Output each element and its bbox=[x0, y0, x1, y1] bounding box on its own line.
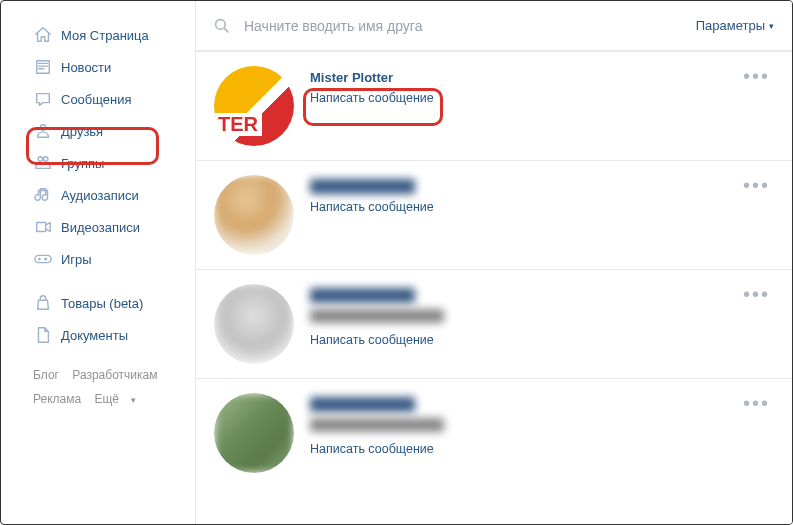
home-icon bbox=[33, 25, 53, 45]
write-message-link[interactable]: Написать сообщение bbox=[310, 442, 774, 456]
main-content: Параметры ▾ Mister PlotterНаписать сообщ… bbox=[196, 1, 792, 524]
doc-icon bbox=[33, 325, 53, 345]
sidebar-item-label: Группы bbox=[61, 156, 104, 171]
friend-item: Mister PlotterНаписать сообщение••• bbox=[196, 52, 792, 160]
sidebar-item-messages[interactable]: Сообщения bbox=[1, 83, 195, 115]
sidebar-item-label: Видеозаписи bbox=[61, 220, 140, 235]
sidebar-item-games[interactable]: Игры bbox=[1, 243, 195, 275]
sidebar-item-news[interactable]: Новости bbox=[1, 51, 195, 83]
sidebar-item-friends[interactable]: Друзья bbox=[1, 115, 195, 147]
user-icon bbox=[33, 121, 53, 141]
message-icon bbox=[33, 89, 53, 109]
more-options-button[interactable]: ••• bbox=[743, 72, 770, 80]
friend-item: Blurred Nameblurred subtitle text hereНа… bbox=[196, 378, 792, 487]
chevron-down-icon: ▾ bbox=[131, 395, 136, 405]
footer-more[interactable]: Ещё▾ bbox=[94, 392, 146, 406]
users-icon bbox=[33, 153, 53, 173]
friend-name-link[interactable]: Blurred Name bbox=[310, 179, 774, 194]
friend-item: Blurred NameНаписать сообщение••• bbox=[196, 160, 792, 269]
sidebar-item-label: Игры bbox=[61, 252, 92, 267]
sidebar-item-label: Моя Страница bbox=[61, 28, 149, 43]
friend-name-link[interactable]: Mister Plotter bbox=[310, 70, 774, 85]
sidebar-item-groups[interactable]: Группы bbox=[1, 147, 195, 179]
search-bar: Параметры ▾ bbox=[196, 1, 792, 51]
friend-name-link[interactable]: Blurred Name bbox=[310, 397, 774, 412]
search-input[interactable] bbox=[244, 18, 696, 34]
sidebar-item-label: Друзья bbox=[61, 124, 103, 139]
more-options-button[interactable]: ••• bbox=[743, 399, 770, 407]
friends-list: Mister PlotterНаписать сообщение•••Blurr… bbox=[196, 51, 792, 524]
sidebar: Моя СтраницаНовостиСообщенияДрузьяГруппы… bbox=[1, 1, 196, 524]
avatar[interactable] bbox=[214, 393, 294, 473]
params-button[interactable]: Параметры ▾ bbox=[696, 18, 774, 33]
search-icon bbox=[214, 17, 232, 35]
avatar[interactable] bbox=[214, 284, 294, 364]
footer-devs[interactable]: Разработчикам bbox=[72, 368, 157, 382]
feed-icon bbox=[33, 57, 53, 77]
avatar[interactable] bbox=[214, 66, 294, 146]
sidebar-item-label: Сообщения bbox=[61, 92, 132, 107]
sidebar-item-label: Товары (beta) bbox=[61, 296, 143, 311]
avatar[interactable] bbox=[214, 175, 294, 255]
sidebar-item-docs[interactable]: Документы bbox=[1, 319, 195, 351]
sidebar-item-market[interactable]: Товары (beta) bbox=[1, 287, 195, 319]
write-message-link[interactable]: Написать сообщение bbox=[310, 91, 774, 105]
sidebar-item-audio[interactable]: Аудиозаписи bbox=[1, 179, 195, 211]
sidebar-item-label: Документы bbox=[61, 328, 128, 343]
friend-item: Blurred Nameblurred subtitle text hereНа… bbox=[196, 269, 792, 378]
sidebar-item-my-page[interactable]: Моя Страница bbox=[1, 19, 195, 51]
footer-links: Блог Разработчикам Реклама Ещё▾ bbox=[1, 351, 195, 418]
more-options-button[interactable]: ••• bbox=[743, 181, 770, 189]
write-message-link[interactable]: Написать сообщение bbox=[310, 200, 774, 214]
sidebar-item-label: Аудиозаписи bbox=[61, 188, 139, 203]
friend-subtitle: blurred subtitle text here bbox=[310, 418, 774, 434]
chevron-down-icon: ▾ bbox=[769, 21, 774, 31]
audio-icon bbox=[33, 185, 53, 205]
write-message-link[interactable]: Написать сообщение bbox=[310, 333, 774, 347]
sidebar-item-video[interactable]: Видеозаписи bbox=[1, 211, 195, 243]
footer-ads[interactable]: Реклама bbox=[33, 392, 81, 406]
footer-blog[interactable]: Блог bbox=[33, 368, 59, 382]
more-options-button[interactable]: ••• bbox=[743, 290, 770, 298]
friend-subtitle: blurred subtitle text here bbox=[310, 309, 774, 325]
game-icon bbox=[33, 249, 53, 269]
video-icon bbox=[33, 217, 53, 237]
sidebar-item-label: Новости bbox=[61, 60, 111, 75]
friend-name-link[interactable]: Blurred Name bbox=[310, 288, 774, 303]
bag-icon bbox=[33, 293, 53, 313]
